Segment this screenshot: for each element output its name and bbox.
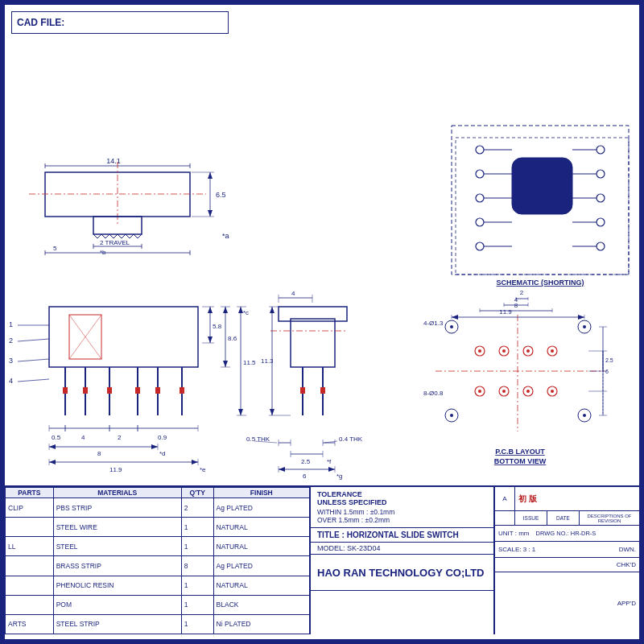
company-name: HAO RAN TECHNOLOGY CO;LTD bbox=[317, 567, 485, 579]
svg-text:8-Ø0.8: 8-Ø0.8 bbox=[423, 390, 444, 397]
svg-marker-51 bbox=[208, 307, 213, 313]
finish-cell: Ag PLATED bbox=[213, 498, 309, 518]
svg-text:6: 6 bbox=[303, 473, 307, 480]
svg-text:*c: *c bbox=[243, 309, 249, 316]
date-header: DATE bbox=[547, 511, 580, 525]
svg-point-151 bbox=[526, 349, 530, 353]
bom-table: PARTS MATERIALS Q'TY FINISH CLIP PBS STR… bbox=[5, 487, 311, 634]
part-cell: CLIP bbox=[6, 498, 54, 518]
svg-marker-132 bbox=[279, 467, 285, 472]
appd-label: APP'D bbox=[617, 600, 636, 607]
svg-text:2 TRAVEL: 2 TRAVEL bbox=[100, 239, 130, 246]
svg-point-201 bbox=[597, 146, 605, 154]
title-section: TITLE : HORIZONTAL SLIDE SWITCH bbox=[311, 528, 493, 543]
svg-text:4: 4 bbox=[81, 434, 85, 441]
finish-cell: BLACK bbox=[213, 595, 309, 614]
svg-text:P.C.B LAYOUT: P.C.B LAYOUT bbox=[495, 448, 545, 456]
svg-marker-10 bbox=[208, 172, 213, 179]
svg-marker-64 bbox=[238, 409, 243, 415]
model-text: MODEL: SK-23D04 bbox=[317, 544, 487, 552]
svg-point-199 bbox=[476, 218, 484, 226]
col-materials: MATERIALS bbox=[53, 488, 181, 498]
svg-marker-87 bbox=[151, 444, 158, 449]
chinese-text: 初 版 bbox=[518, 493, 636, 505]
svg-marker-108 bbox=[270, 409, 275, 415]
svg-rect-103 bbox=[320, 387, 325, 394]
svg-text:11.9: 11.9 bbox=[499, 308, 512, 316]
col-finish: FINISH bbox=[213, 488, 309, 498]
svg-point-200 bbox=[476, 242, 484, 250]
svg-point-155 bbox=[478, 390, 481, 393]
svg-point-197 bbox=[476, 170, 484, 178]
title-text: TITLE : HORIZONTAL SLIDE SWITCH bbox=[317, 530, 487, 539]
svg-marker-52 bbox=[208, 336, 213, 343]
svg-point-159 bbox=[526, 390, 530, 393]
svg-text:0.4 THK: 0.4 THK bbox=[339, 436, 363, 443]
material-cell: STEEL WIRE bbox=[53, 518, 181, 537]
svg-rect-102 bbox=[300, 387, 305, 394]
chkd-label: CHK'D bbox=[617, 561, 636, 568]
model-section: MODEL: SK-23D04 bbox=[311, 543, 493, 555]
qty-cell: 8 bbox=[181, 556, 213, 576]
table-row: PHENOLIC RESIN 1 NATURAL bbox=[6, 576, 310, 595]
title-block: TOLERANCE UNLESS SPECIFIED WITHIN 1.5mm … bbox=[311, 487, 639, 634]
part-cell: ARTS bbox=[6, 614, 54, 634]
svg-point-196 bbox=[476, 146, 484, 154]
svg-text:4: 4 bbox=[9, 377, 13, 385]
unit-label: UNIT : mm bbox=[498, 530, 530, 537]
svg-marker-11 bbox=[208, 210, 213, 217]
qty-cell: 1 bbox=[181, 576, 213, 595]
svg-point-205 bbox=[597, 242, 605, 250]
finish-cell: Ag PLATED bbox=[213, 556, 309, 576]
svg-marker-168 bbox=[578, 315, 584, 320]
svg-point-153 bbox=[551, 349, 554, 353]
right-border bbox=[639, 0, 644, 644]
company-section: HAO RAN TECHNOLOGY CO;LTD bbox=[311, 555, 493, 591]
svg-text:11.3: 11.3 bbox=[261, 357, 274, 365]
qty-cell: 1 bbox=[181, 537, 213, 556]
svg-marker-58 bbox=[223, 361, 228, 367]
svg-text:4: 4 bbox=[291, 290, 295, 297]
svg-rect-47 bbox=[180, 387, 184, 394]
table-row: LL STEEL 1 NATURAL bbox=[6, 537, 310, 556]
part-cell bbox=[6, 556, 54, 576]
qty-cell: 1 bbox=[181, 518, 213, 537]
svg-text:11.9: 11.9 bbox=[109, 466, 122, 473]
col-qty: Q'TY bbox=[181, 488, 213, 498]
svg-point-147 bbox=[478, 349, 481, 353]
svg-point-141 bbox=[583, 325, 586, 328]
drawing-area: CAD FILE: 14.1 6.5 *a bbox=[5, 5, 639, 639]
svg-text:8.6: 8.6 bbox=[228, 335, 237, 342]
material-cell: STEEL STRIP bbox=[53, 614, 181, 634]
table-row: STEEL WIRE 1 NATURAL bbox=[6, 518, 310, 537]
svg-text:5: 5 bbox=[53, 245, 57, 252]
svg-text:14.1: 14.1 bbox=[106, 157, 121, 165]
svg-text:*f: *f bbox=[327, 458, 332, 465]
svg-text:8: 8 bbox=[97, 450, 101, 457]
svg-text:*e: *e bbox=[200, 466, 206, 473]
svg-rect-32 bbox=[49, 307, 198, 367]
material-cell: STEEL bbox=[53, 537, 181, 556]
part-cell: LL bbox=[6, 537, 54, 556]
tolerance-section: TOLERANCE UNLESS SPECIFIED WITHIN 1.5mm … bbox=[311, 487, 493, 528]
svg-rect-43 bbox=[83, 387, 88, 394]
svg-text:2.5: 2.5 bbox=[605, 357, 613, 363]
material-cell: POM bbox=[53, 595, 181, 614]
qty-cell: 1 bbox=[181, 595, 213, 614]
svg-text:*a: *a bbox=[222, 232, 229, 240]
svg-marker-167 bbox=[452, 315, 458, 320]
material-cell: BRASS STRIP bbox=[53, 556, 181, 576]
material-cell: PBS STRIP bbox=[53, 498, 181, 518]
svg-marker-86 bbox=[49, 444, 56, 449]
svg-text:0.5: 0.5 bbox=[52, 434, 61, 441]
svg-point-198 bbox=[476, 194, 484, 202]
issue-header: ISSUE bbox=[515, 511, 547, 525]
svg-point-157 bbox=[502, 390, 506, 393]
svg-point-204 bbox=[597, 218, 605, 226]
svg-text:5.8: 5.8 bbox=[213, 323, 222, 330]
svg-point-143 bbox=[450, 414, 453, 417]
svg-line-29 bbox=[18, 339, 49, 341]
svg-text:6: 6 bbox=[605, 369, 609, 374]
svg-rect-45 bbox=[135, 387, 140, 394]
svg-rect-44 bbox=[107, 387, 112, 394]
